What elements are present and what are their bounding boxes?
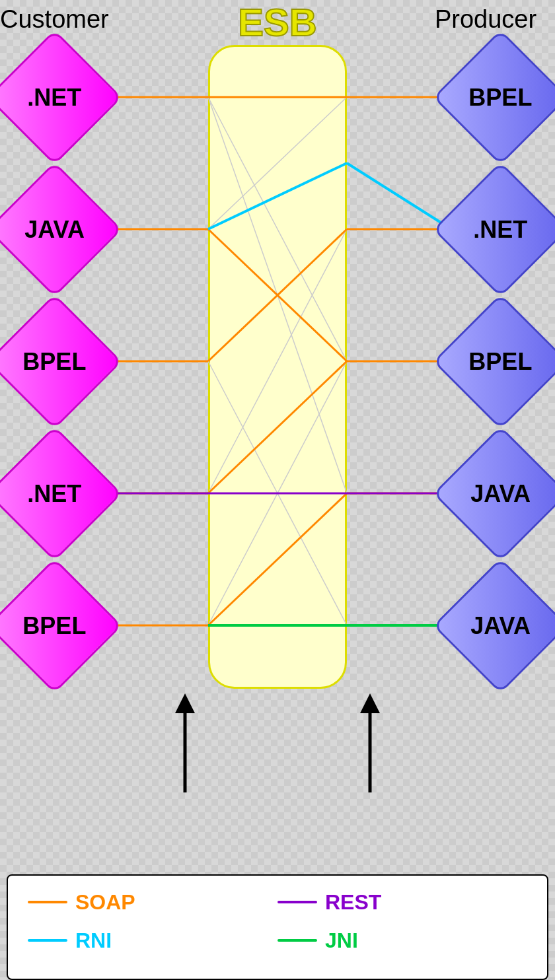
legend-box: SOAP REST RNI JNI xyxy=(7,874,548,980)
legend-rni: RNI xyxy=(28,928,278,953)
svg-marker-47 xyxy=(360,693,380,713)
esb-label: ESB xyxy=(238,0,316,44)
svg-line-7 xyxy=(208,97,347,229)
customer-box-java-label: JAVA xyxy=(24,217,85,243)
diagram: Customer Producer ESB xyxy=(0,0,555,980)
soap-line xyxy=(28,901,67,903)
rest-label: REST xyxy=(325,890,381,915)
svg-line-31 xyxy=(347,163,451,229)
jni-line xyxy=(278,939,317,942)
legend-soap: SOAP xyxy=(28,890,278,915)
svg-line-32 xyxy=(208,163,347,229)
jni-label: JNI xyxy=(325,928,358,953)
customer-box-bpel-1-label: BPEL xyxy=(22,349,86,375)
customer-box-net-1-label: .NET xyxy=(27,85,81,111)
svg-line-1 xyxy=(208,97,347,361)
svg-line-13 xyxy=(208,229,347,493)
rni-label: RNI xyxy=(75,928,112,953)
customer-box-net-2-label: .NET xyxy=(27,481,81,507)
producer-box-java-1-label: JAVA xyxy=(470,481,531,507)
producer-box-net-label: .NET xyxy=(473,217,527,243)
producer-box-bpel-2-label: BPEL xyxy=(468,349,532,375)
svg-line-27 xyxy=(208,361,347,493)
rest-line xyxy=(278,901,317,903)
legend-rest: REST xyxy=(278,890,527,915)
svg-marker-45 xyxy=(175,693,195,713)
producer-box-java-2-label: JAVA xyxy=(470,613,531,639)
legend-jni: JNI xyxy=(278,928,527,953)
soap-label: SOAP xyxy=(75,890,135,915)
customer-box-bpel-2-label: BPEL xyxy=(22,613,86,639)
rni-line xyxy=(28,939,67,942)
svg-line-29 xyxy=(208,493,347,625)
producer-box-bpel-1-label: BPEL xyxy=(468,85,532,111)
